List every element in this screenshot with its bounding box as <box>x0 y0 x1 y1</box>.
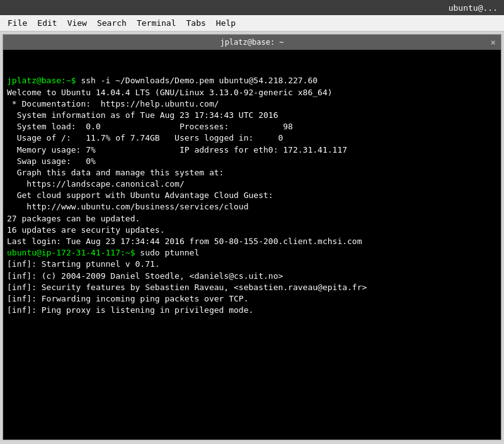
terminal-line: * Documentation: https://help.ubuntu.com… <box>7 98 497 110</box>
terminal-body[interactable]: jplatz@base:~$ ssh -i ~/Downloads/Demo.p… <box>3 50 501 440</box>
terminal-line: Get cloud support with Ubuntu Advantage … <box>7 190 497 201</box>
terminal-window: jplatz@base: ~ × jplatz@base:~$ ssh -i ~… <box>3 34 501 440</box>
terminal-line: Memory usage: 7% IP address for eth0: 17… <box>7 144 497 156</box>
terminal-line: [inf]: Starting ptunnel v 0.71. <box>7 259 497 270</box>
menu-bar: File Edit View Search Terminal Tabs Help <box>0 15 504 32</box>
terminal-line: [inf]: (c) 2004-2009 Daniel Stoedle, <da… <box>7 271 497 282</box>
terminal-line: Usage of /: 11.7% of 7.74GB Users logged… <box>7 132 497 144</box>
menu-terminal[interactable]: Terminal <box>132 17 181 29</box>
terminal-line: Last login: Tue Aug 23 17:34:44 2016 fro… <box>7 236 497 247</box>
terminal-titlebar: jplatz@base: ~ × <box>3 35 501 50</box>
terminal-line: Graph this data and manage this system a… <box>7 167 497 178</box>
menu-help[interactable]: Help <box>211 17 241 29</box>
terminal-line: System load: 0.0 Processes: 98 <box>7 121 497 132</box>
terminal-line: [inf]: Forwarding incoming ping packets … <box>7 293 497 305</box>
terminal-close-button[interactable]: × <box>491 37 496 47</box>
terminal-line: Welcome to Ubuntu 14.04.4 LTS (GNU/Linux… <box>7 87 497 98</box>
menu-file[interactable]: File <box>3 17 32 29</box>
menu-view[interactable]: View <box>62 17 92 29</box>
terminal-line: http://www.ubuntu.com/business/services/… <box>7 201 497 213</box>
terminal-line: [inf]: Ping proxy is listening in privil… <box>7 305 497 316</box>
terminal-line: ubuntu@ip-172-31-41-117:~$ sudo ptunnel <box>7 247 497 259</box>
menu-search[interactable]: Search <box>92 17 132 29</box>
menu-tabs[interactable]: Tabs <box>181 17 211 29</box>
terminal-line: 16 updates are security updates. <box>7 225 497 236</box>
system-username: ubuntu@... <box>449 3 498 13</box>
terminal-line: [inf]: Security features by Sebastien Ra… <box>7 282 497 293</box>
terminal-line: 27 packages can be updated. <box>7 213 497 225</box>
terminal-line: jplatz@base:~$ ssh -i ~/Downloads/Demo.p… <box>7 75 497 86</box>
terminal-title: jplatz@base: ~ <box>220 38 284 47</box>
terminal-line: Swap usage: 0% <box>7 156 497 167</box>
terminal-line: https://landscape.canonical.com/ <box>7 178 497 190</box>
terminal-line: System information as of Tue Aug 23 17:3… <box>7 110 497 121</box>
menu-edit[interactable]: Edit <box>32 17 62 29</box>
system-bar: ubuntu@... <box>0 0 504 15</box>
